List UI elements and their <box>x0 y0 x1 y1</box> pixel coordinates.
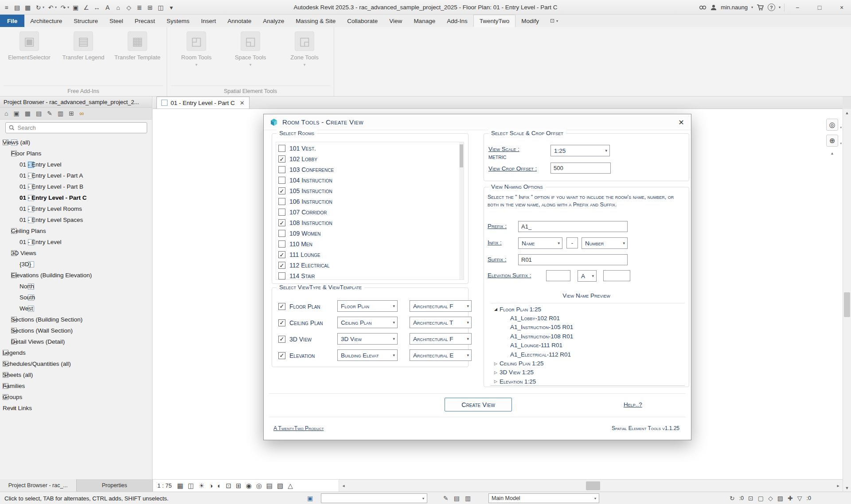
viewtype-checkbox[interactable]: ✓ <box>278 352 285 359</box>
room-list-scroll-thumb[interactable] <box>460 144 463 167</box>
dialog-close-icon[interactable]: ✕ <box>676 117 687 127</box>
tree-item-3d[interactable]: {3D} <box>0 259 152 270</box>
infix-number-select[interactable]: Number▾ <box>582 237 628 249</box>
room-checkbox[interactable]: ✓ <box>278 251 285 258</box>
viewtype-select[interactable]: 3D View▾ <box>337 333 398 345</box>
zoom-tool-icon[interactable]: ⊕▾ <box>826 135 838 147</box>
viewtemplate-select[interactable]: Architectural F▾ <box>410 333 472 345</box>
room-list-scrollbar[interactable] <box>459 142 464 279</box>
room-row-114-stair[interactable]: 114 Stair <box>276 271 464 280</box>
elevation-suffix-select[interactable]: A▾ <box>578 270 597 282</box>
close-button[interactable]: × <box>832 0 851 15</box>
room-checkbox[interactable] <box>278 198 285 205</box>
qat-customize-icon[interactable]: ▾ <box>167 3 176 12</box>
vertical-scroll-thumb[interactable] <box>844 292 850 317</box>
select-underlay-icon[interactable]: ▢ <box>758 495 764 502</box>
close-view-icon[interactable]: ✕ <box>240 100 245 106</box>
horizontal-scrollbar[interactable] <box>348 480 834 492</box>
drag-on-selection-icon[interactable]: ✚ <box>788 495 793 502</box>
open-icon[interactable]: ▤ <box>12 3 22 12</box>
ribbon-tab-insert[interactable]: Insert <box>195 15 222 27</box>
horizontal-scroll-thumb[interactable] <box>586 481 600 490</box>
preview-item-a1-electrical-112-r01[interactable]: A1_Electrical-112 R01 <box>490 350 685 359</box>
select-pinned-icon[interactable]: ◇ <box>768 495 773 502</box>
ribbon-button-transfer-legend[interactable]: ▤Transfer Legend <box>58 31 109 61</box>
view-scale-select[interactable]: 1:25▾ <box>550 145 610 156</box>
preview-item-a1-lobby-102-r01[interactable]: A1_Lobby-102 R01 <box>490 314 685 322</box>
room-checkbox[interactable] <box>278 166 285 173</box>
ribbon-tab-architecture[interactable]: Architecture <box>24 15 68 27</box>
browser-settings-icon[interactable]: ⊞ <box>69 110 74 117</box>
preview-item-a1-lounge-111-r01[interactable]: A1_Lounge-111 R01 <box>490 341 685 350</box>
browser-link-icon[interactable]: ∞ <box>79 110 84 117</box>
ribbon-tab-view[interactable]: View <box>383 15 408 27</box>
elevation-suffix-input-2[interactable] <box>603 270 630 281</box>
tree-item-ceiling-plans[interactable]: −Ceiling Plans <box>0 225 152 236</box>
room-row-107-corridor[interactable]: 107 Corridor <box>276 207 464 217</box>
room-row-101-vest[interactable]: 101 Vest. <box>276 143 464 154</box>
expand-icon[interactable]: ▷ <box>492 370 500 375</box>
browser-edit-icon[interactable]: ✎ <box>47 110 52 117</box>
collapse-icon[interactable]: ◢ <box>492 307 500 311</box>
ribbon-tab-manage[interactable]: Manage <box>408 15 441 27</box>
expand-icon[interactable]: ▷ <box>492 361 500 366</box>
room-checkbox[interactable]: ✓ <box>278 219 285 226</box>
tree-item-01-entry-level[interactable]: 01 - Entry Level <box>0 236 152 248</box>
tree-item-elevations-building-elevation[interactable]: −Elevations (Building Elevation) <box>0 270 152 281</box>
room-checkbox[interactable] <box>278 145 285 152</box>
dialog-titlebar[interactable]: Room Tools - Create View <box>264 114 691 130</box>
tree-item-01-entry-level-part-c[interactable]: 01 - Entry Level - Part C <box>0 192 152 203</box>
section-icon[interactable]: ◇ <box>124 3 133 12</box>
ribbon-tab-steel[interactable]: Steel <box>104 15 129 27</box>
tree-item-01-entry-level-rooms[interactable]: 01 - Entry Level Rooms <box>0 203 152 214</box>
vertical-scrollbar[interactable]: ▲ ▼ <box>843 109 851 492</box>
switch-windows-icon[interactable]: ⊞ <box>145 3 155 12</box>
room-row-110-men[interactable]: 110 Men <box>276 239 464 249</box>
tree-item-3d-views[interactable]: −3D Views <box>0 248 152 259</box>
room-row-104-instruction[interactable]: 104 Instruction <box>276 175 464 186</box>
navbar-collapse-icon[interactable]: ▴ <box>831 151 833 155</box>
viewtype-select[interactable]: Ceiling Plan▾ <box>337 317 398 328</box>
room-checkbox[interactable] <box>278 240 285 248</box>
steering-wheel-icon[interactable]: ◎▾ <box>826 119 838 131</box>
ribbon-button-elementselector[interactable]: ▣ElementSelector <box>4 31 55 61</box>
ribbon-tab-structure[interactable]: Structure <box>68 15 104 27</box>
visual-style-icon[interactable]: ◫ <box>188 482 194 490</box>
ribbon-tab-file[interactable]: File <box>0 15 24 27</box>
scroll-down-icon[interactable]: ▼ <box>843 484 851 492</box>
ribbon-button-zone-tools[interactable]: ◲Zone Tools▾ <box>279 31 330 67</box>
infix-name-select[interactable]: Name▾ <box>518 237 562 249</box>
tree-item-floor-plans[interactable]: −Floor Plans <box>0 148 152 159</box>
room-checkbox[interactable] <box>278 272 285 279</box>
help-icon[interactable]: ? <box>768 4 775 11</box>
prefix-input[interactable] <box>518 221 628 232</box>
user-menu-caret-icon[interactable]: ▾ <box>751 5 753 9</box>
home-3d-icon[interactable]: ⌂ <box>113 3 123 12</box>
infix-separator-box[interactable]: - <box>566 237 578 248</box>
steering-wheel-caret-icon[interactable]: ▾ <box>840 126 842 129</box>
room-checkbox[interactable]: ✓ <box>278 187 285 194</box>
undo-caret-icon[interactable]: ▾ <box>55 5 57 9</box>
worksharing-display-icon[interactable]: ▧ <box>277 482 283 490</box>
rendering-icon[interactable]: ◐ <box>217 482 221 489</box>
browser-schedule-icon[interactable]: ▦ <box>25 110 31 117</box>
scroll-up-icon[interactable]: ▲ <box>843 109 851 116</box>
view-crop-offset-input[interactable] <box>550 163 611 174</box>
maximize-button[interactable]: □ <box>810 0 829 15</box>
editable-only-icon[interactable]: ✎ <box>443 495 449 502</box>
preview-item-elevation-1-25[interactable]: ▷Elevation 1:25 <box>490 377 685 386</box>
room-row-106-instruction[interactable]: 106 Instruction <box>276 196 464 207</box>
room-checkbox[interactable]: ✓ <box>278 155 285 163</box>
tile-windows-icon[interactable]: ◫ <box>156 3 165 12</box>
cart-icon[interactable] <box>757 4 764 11</box>
design-options-edit-icon[interactable]: ▥ <box>465 495 471 502</box>
temporary-hide-isolate-icon[interactable]: ◉ <box>246 482 252 490</box>
preview-item-a1-instruction-105-r01[interactable]: A1_Instruction-105 R01 <box>490 323 685 332</box>
tree-item-sheets-all[interactable]: +Sheets (all) <box>0 369 152 380</box>
search-input[interactable] <box>18 124 137 131</box>
ribbon-tab-annotate[interactable]: Annotate <box>222 15 257 27</box>
search-box[interactable] <box>5 122 147 133</box>
search-icon[interactable] <box>699 4 707 11</box>
username-label[interactable]: min.naung <box>721 4 748 11</box>
redo-caret-icon[interactable]: ▾ <box>67 5 69 9</box>
